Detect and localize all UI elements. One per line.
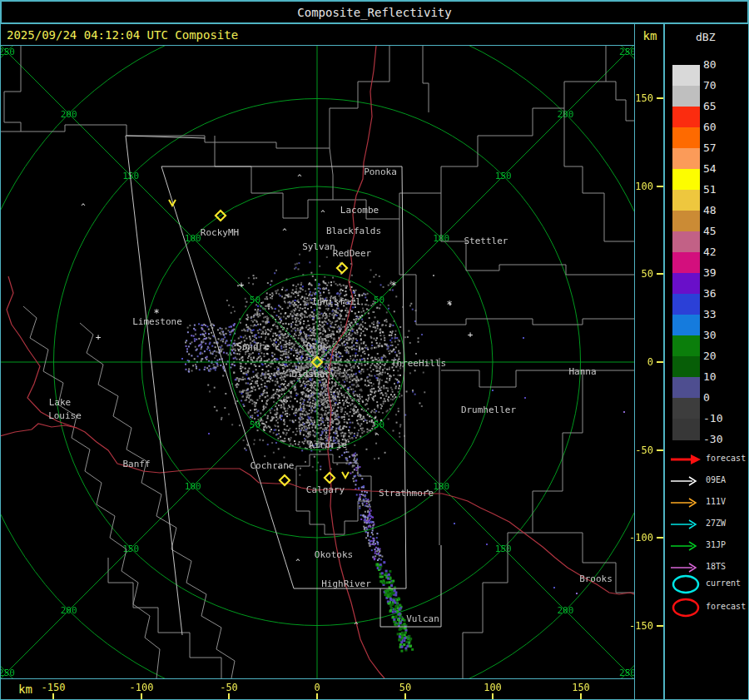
colorbar-swatch bbox=[672, 211, 700, 232]
colorbar-swatch bbox=[672, 315, 700, 336]
colorbar-value-label: 60 bbox=[703, 121, 717, 133]
right-axis-tick bbox=[657, 537, 663, 539]
datetime-label: 2025/09/24 04:12:04 UTC Composite bbox=[7, 28, 238, 42]
county-boundary bbox=[441, 193, 634, 275]
legend-item-label: 111V bbox=[706, 497, 726, 506]
city-label: HighRiver bbox=[321, 578, 371, 589]
town-caret-marker: ^ bbox=[354, 621, 359, 629]
town-caret-marker: ^ bbox=[320, 209, 325, 217]
colorbar-value-label: 65 bbox=[703, 100, 717, 112]
star-marker: * bbox=[153, 307, 159, 319]
colorbar-swatch bbox=[672, 273, 700, 295]
right-axis-tick-label: -50 bbox=[618, 444, 653, 456]
county-boundary bbox=[330, 46, 389, 148]
bottom-axis-tick-label: -50 bbox=[204, 682, 254, 693]
city-label: Vulcan bbox=[406, 613, 439, 624]
city-label: Okotoks bbox=[315, 549, 353, 560]
colorbar-swatch bbox=[672, 252, 700, 274]
town-caret-marker: ^ bbox=[295, 558, 300, 566]
range-ring-label: 100 bbox=[185, 481, 201, 492]
city-label: Sundre bbox=[236, 341, 270, 352]
county-boundary bbox=[463, 370, 583, 678]
aircraft-track-arrow-icon bbox=[669, 495, 704, 510]
town-caret-marker: ^ bbox=[282, 227, 287, 236]
colorbar-value-label: 30 bbox=[703, 329, 717, 341]
legend-item-label: forecast bbox=[706, 602, 746, 611]
highway-line bbox=[1, 424, 330, 490]
town-caret-marker: ^ bbox=[425, 489, 430, 497]
city-label: Airdrie bbox=[309, 439, 347, 450]
bottom-axis-tick-label: 50 bbox=[380, 682, 430, 693]
right-axis-tick-label: 150 bbox=[618, 92, 653, 104]
colorbar-value-label: 10 bbox=[703, 370, 717, 383]
city-label: Lake bbox=[49, 397, 72, 408]
bottom-axis-tick bbox=[580, 693, 582, 699]
town-caret-marker: ^ bbox=[322, 311, 327, 320]
legend-item-label: 09EA bbox=[706, 475, 726, 484]
county-boundary bbox=[564, 108, 634, 241]
colorbar-value-label: 36 bbox=[703, 287, 717, 300]
right-axis-tick bbox=[657, 449, 663, 451]
lightning-diamond-marker bbox=[337, 263, 347, 273]
right-axis-tick bbox=[657, 186, 663, 187]
lightning-diamond-marker bbox=[325, 473, 335, 483]
colorbar-swatch bbox=[672, 398, 700, 420]
colorbar-value-label: -30 bbox=[703, 433, 722, 445]
chevron-down-marker bbox=[342, 472, 349, 478]
range-ring-label: 250 bbox=[619, 47, 634, 57]
range-ring-label: 50 bbox=[250, 420, 260, 430]
colorbar-value-label: 51 bbox=[703, 183, 717, 196]
bottom-axis-tick-label: 100 bbox=[468, 682, 518, 693]
colorbar-swatch bbox=[672, 294, 700, 315]
city-label: Innisfail bbox=[311, 296, 361, 307]
city-label: Banff bbox=[122, 459, 150, 469]
county-boundary bbox=[80, 323, 235, 678]
bottom-axis-tick bbox=[404, 693, 406, 699]
town-caret-marker: ^ bbox=[297, 173, 302, 181]
bottom-axis-tick bbox=[141, 693, 142, 699]
city-label: Louise bbox=[48, 410, 82, 421]
legend-item-label: forecast bbox=[706, 454, 746, 463]
plus-marker: + bbox=[239, 280, 245, 290]
colorbar-value-label: 33 bbox=[703, 308, 717, 320]
range-ring-label: 200 bbox=[557, 109, 573, 120]
legend-item-label: 31JP bbox=[706, 540, 726, 549]
colorbar-value-label: 20 bbox=[703, 350, 717, 362]
colorbar-title: dBZ bbox=[696, 31, 715, 43]
coverage-west-edge bbox=[126, 136, 182, 635]
aircraft-track-arrow-icon bbox=[669, 517, 704, 532]
city-label: Didsbury bbox=[292, 369, 336, 380]
colorbar-swatch bbox=[672, 419, 700, 440]
range-ring-label: 150 bbox=[495, 544, 512, 554]
window-title: Composite_Reflectivity bbox=[297, 6, 451, 19]
right-axis-tick-label: 50 bbox=[618, 268, 653, 280]
colorbar-value-label: -10 bbox=[703, 412, 722, 424]
colorbar-value-label: 80 bbox=[703, 58, 717, 71]
legend-item-label: current bbox=[706, 578, 741, 588]
city-label: Drumheller bbox=[461, 405, 517, 415]
bottom-axis-tick-label: -100 bbox=[117, 682, 166, 693]
county-boundary bbox=[4, 46, 21, 132]
county-boundary bbox=[423, 46, 429, 112]
range-ring-label: 150 bbox=[495, 171, 512, 181]
colorbar-value-label: 57 bbox=[703, 141, 717, 154]
highway-line bbox=[7, 276, 13, 325]
town-caret-marker: ^ bbox=[81, 202, 86, 211]
map-overlay: 5050505010010010010015015015015020020020… bbox=[1, 46, 634, 678]
colorbar-swatch bbox=[672, 335, 700, 357]
city-label: Lacombe bbox=[340, 205, 379, 216]
plus-marker: + bbox=[468, 330, 474, 340]
map-border-top bbox=[0, 45, 635, 46]
colorbar-value-label: 54 bbox=[703, 162, 717, 175]
panel-separator bbox=[663, 23, 665, 699]
map-viewport[interactable]: 5050505010010010010015015015015020020020… bbox=[1, 46, 634, 678]
current-ellipse-icon bbox=[669, 573, 706, 595]
colorbar-value-label: 70 bbox=[703, 79, 717, 92]
legend-item-label: 27ZW bbox=[706, 519, 726, 528]
range-ring-label: 100 bbox=[185, 233, 201, 244]
forecast-arrow-icon bbox=[669, 452, 704, 467]
bottom-axis-tick bbox=[492, 693, 494, 699]
star-marker: * bbox=[446, 299, 452, 310]
colorbar-swatch bbox=[672, 169, 700, 191]
city-label: Hanna bbox=[568, 366, 596, 377]
